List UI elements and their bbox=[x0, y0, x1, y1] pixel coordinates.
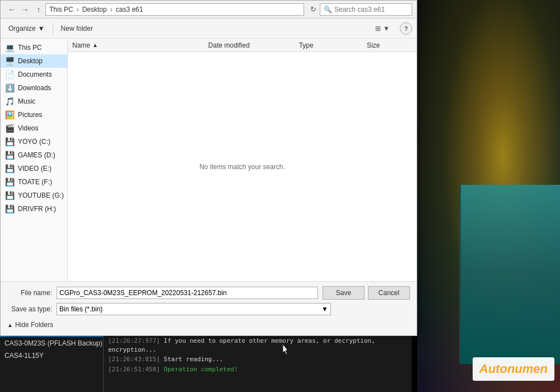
youtube-label: YOUTUBE (G:) bbox=[18, 192, 64, 199]
log-line-3: [21:26:43:815] Start reading... bbox=[108, 355, 407, 363]
toate-label: TOATE (F:) bbox=[18, 178, 52, 186]
music-icon: 🎵 bbox=[5, 97, 15, 106]
sidebar: 💻 This PC 🖥️ Desktop 📄 Documents ⬇️ Down… bbox=[1, 39, 68, 281]
downloads-label: Downloads bbox=[18, 84, 51, 92]
new-folder-button[interactable]: New folder bbox=[58, 24, 96, 34]
search-box: 🔍 bbox=[320, 3, 412, 16]
search-icon: 🔍 bbox=[324, 6, 332, 13]
col-header-modified[interactable]: Date modified bbox=[208, 41, 299, 49]
search-input[interactable] bbox=[334, 6, 408, 13]
dialog-toolbar: Organize ▼ New folder ⊞ ▼ ? bbox=[1, 18, 417, 39]
col-modified-label: Date modified bbox=[208, 41, 250, 49]
file-name-label: File name: bbox=[7, 289, 52, 297]
toate-icon: 💾 bbox=[5, 178, 15, 186]
log-line-2: [21:26:27:977] If you need to operate ot… bbox=[108, 337, 407, 354]
sidebar-item-toate[interactable]: 💾 TOATE (F:) bbox=[1, 175, 67, 189]
save-type-value: Bin files (*.bin) bbox=[59, 305, 102, 313]
desktop-label: Desktop bbox=[18, 57, 43, 65]
view-arrow: ▼ bbox=[383, 25, 390, 32]
toolbar-sep bbox=[53, 23, 53, 34]
help-button[interactable]: ? bbox=[400, 22, 412, 35]
back-button[interactable]: ← bbox=[5, 3, 18, 16]
cancel-button[interactable]: Cancel bbox=[368, 286, 410, 300]
log-text-3: Start reading... bbox=[164, 356, 223, 363]
col-header-type[interactable]: Type bbox=[299, 41, 367, 49]
organize-label: Organize bbox=[8, 25, 36, 32]
desktop-icon: 🖥️ bbox=[5, 57, 15, 66]
address-bar[interactable]: This PC › Desktop › cas3 e61 bbox=[45, 3, 304, 16]
savetype-row: Save as type: Bin files (*.bin) ▼ bbox=[7, 303, 410, 315]
save-as-label: Save as type: bbox=[7, 305, 52, 313]
yoyo-label: YOYO (C:) bbox=[18, 138, 50, 146]
downloads-icon: ⬇️ bbox=[5, 83, 15, 92]
youtube-icon: 💾 bbox=[5, 191, 15, 200]
teal-panel bbox=[459, 185, 560, 364]
refresh-button[interactable]: ↻ bbox=[306, 3, 320, 16]
videos-icon: 🎬 bbox=[5, 124, 15, 133]
save-button[interactable]: Save bbox=[323, 286, 365, 300]
file-list-body: No items match your search. bbox=[68, 52, 417, 281]
forward-button[interactable]: → bbox=[18, 3, 32, 16]
organize-arrow: ▼ bbox=[38, 25, 45, 32]
drivfr-icon: 💾 bbox=[5, 204, 15, 213]
sidebar-item-this-pc[interactable]: 💻 This PC bbox=[1, 41, 67, 54]
documents-icon: 📄 bbox=[5, 70, 15, 79]
col-header-name[interactable]: Name ▲ bbox=[72, 41, 208, 49]
sidebar-item-desktop[interactable]: 🖥️ Desktop bbox=[1, 54, 67, 68]
sidebar-item-drivfr[interactable]: 💾 DRIVFR (H:) bbox=[1, 202, 67, 216]
dialog-titlebar: ← → ↑ This PC › Desktop › cas3 e61 ↻ 🔍 bbox=[1, 1, 417, 18]
list-item-cas3-pflash[interactable]: CAS3-0M23S (PFLASH Backup) bbox=[0, 337, 103, 349]
games-label: GAMES (D:) bbox=[18, 151, 55, 159]
log-line-4: [21:26:51:458] Operation completed! bbox=[108, 365, 407, 374]
sidebar-item-documents[interactable]: 📄 Documents bbox=[1, 68, 67, 81]
dialog-content: 💻 This PC 🖥️ Desktop 📄 Documents ⬇️ Down… bbox=[1, 39, 417, 281]
pictures-icon: 🖼️ bbox=[5, 110, 15, 119]
sidebar-item-downloads[interactable]: ⬇️ Downloads bbox=[1, 81, 67, 95]
dialog-action-buttons: Save Cancel bbox=[323, 286, 410, 300]
path-level2: cas3 e61 bbox=[116, 6, 143, 13]
dropdown-arrow: ▼ bbox=[321, 305, 328, 313]
sidebar-item-yoyo[interactable]: 💾 YOYO (C:) bbox=[1, 135, 67, 148]
organize-button[interactable]: Organize ▼ bbox=[5, 24, 48, 34]
sidebar-item-pictures[interactable]: 🖼️ Pictures bbox=[1, 108, 67, 122]
sidebar-item-video-e[interactable]: 💾 VIDEO (E:) bbox=[1, 162, 67, 175]
view-icon: ⊞ bbox=[375, 25, 381, 32]
videos-label: Videos bbox=[18, 124, 38, 132]
dialog-bottom: File name: Save Cancel Save as type: Bin… bbox=[1, 281, 417, 335]
list-item-cas4-1l15y[interactable]: CAS4-1L15Y bbox=[0, 349, 103, 362]
col-size-label: Size bbox=[367, 41, 380, 49]
file-list: Name ▲ Date modified Type Size No items … bbox=[68, 39, 417, 281]
this-pc-label: This PC bbox=[18, 44, 42, 52]
right-panel-bg bbox=[417, 0, 560, 392]
up-button[interactable]: ↑ bbox=[32, 3, 45, 16]
sidebar-item-games[interactable]: 💾 GAMES (D:) bbox=[1, 148, 67, 162]
pictures-label: Pictures bbox=[18, 111, 42, 119]
log-time-4: [21:26:51:458] bbox=[108, 366, 160, 373]
games-icon: 💾 bbox=[5, 151, 15, 160]
file-name-input[interactable] bbox=[57, 287, 318, 299]
sidebar-item-music[interactable]: 🎵 Music bbox=[1, 95, 67, 108]
path-root: This PC bbox=[49, 6, 73, 13]
col-name-label: Name bbox=[72, 41, 90, 49]
drivfr-label: DRIVFR (H:) bbox=[18, 205, 56, 213]
video-e-label: VIDEO (E:) bbox=[18, 165, 52, 172]
this-pc-icon: 💻 bbox=[5, 43, 15, 52]
hide-folders-label: Hide Folders bbox=[15, 321, 53, 329]
documents-label: Documents bbox=[18, 71, 52, 78]
path-parts: This PC › Desktop › cas3 e61 bbox=[49, 6, 143, 13]
file-save-dialog: ← → ↑ This PC › Desktop › cas3 e61 ↻ 🔍 bbox=[0, 0, 417, 336]
file-list-header: Name ▲ Date modified Type Size bbox=[68, 39, 417, 52]
autonumen-logo: Autonumen bbox=[473, 357, 554, 381]
log-time-2: [21:26:27:977] bbox=[108, 337, 160, 344]
screen: 🔒 ncrypt Autonumen ← → ↑ This PC › Deskt… bbox=[0, 0, 560, 392]
empty-message: No items match your search. bbox=[199, 163, 285, 171]
hide-folders-button[interactable]: ▲ Hide Folders bbox=[7, 319, 410, 331]
col-header-size[interactable]: Size bbox=[367, 41, 412, 49]
sidebar-item-videos[interactable]: 🎬 Videos bbox=[1, 122, 67, 135]
hide-folders-arrow: ▲ bbox=[7, 322, 13, 328]
sidebar-item-youtube[interactable]: 💾 YOUTUBE (G:) bbox=[1, 189, 67, 202]
save-as-type-dropdown[interactable]: Bin files (*.bin) ▼ bbox=[57, 303, 331, 315]
view-options[interactable]: ⊞ ▼ bbox=[372, 24, 393, 34]
path-sep1: › bbox=[77, 6, 79, 13]
yoyo-icon: 💾 bbox=[5, 137, 15, 146]
